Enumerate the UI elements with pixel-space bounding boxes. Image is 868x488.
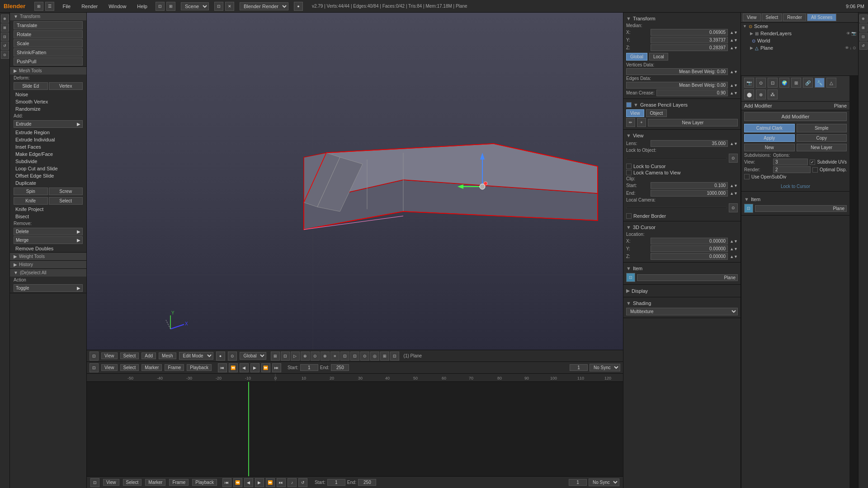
menu-window[interactable]: Window xyxy=(106,3,129,10)
vp-icon-4[interactable]: ⊕ xyxy=(301,352,310,361)
start-frame-input[interactable] xyxy=(300,364,318,371)
play-start-icon[interactable]: ⏮ xyxy=(218,363,227,372)
tl-select-btn[interactable]: Select xyxy=(120,364,139,371)
play-next-icon[interactable]: ⏩ xyxy=(261,363,270,372)
engine-icon[interactable]: ● xyxy=(294,2,303,11)
footer-frame-btn[interactable]: Frame xyxy=(169,479,189,486)
scene-icon1[interactable]: ⊡ xyxy=(214,2,223,11)
deselect-all-header[interactable]: ▼ (De)select All xyxy=(10,269,86,277)
sync-select[interactable]: No Sync xyxy=(590,364,620,371)
item-section-header[interactable]: ▼ Item xyxy=(741,195,849,203)
x-value[interactable]: 0.06905 xyxy=(651,29,728,36)
smooth-vertex-btn[interactable]: Smooth Vertex xyxy=(10,98,86,105)
rstrip-icon-3[interactable]: ⊡ xyxy=(859,33,868,41)
make-edge-face-btn[interactable]: Make Edge/Face xyxy=(10,150,86,158)
vp-pivot-select[interactable]: Global xyxy=(240,352,266,360)
object-tab[interactable]: Object xyxy=(646,109,667,117)
vp-view-icon[interactable]: ⊡ xyxy=(90,352,99,361)
props-icon-render[interactable]: ⊙ xyxy=(756,78,766,88)
loop-cut-slide-btn[interactable]: Loop Cut and Slide xyxy=(10,165,86,172)
view-panel-header[interactable]: ▼ View xyxy=(623,131,741,140)
mean-bevel-weight2[interactable]: Mean Bevel Weig: 0.00 xyxy=(626,82,728,89)
vp-icon-10[interactable]: ⊙ xyxy=(360,352,369,361)
copy-btn[interactable]: Copy xyxy=(797,134,847,142)
catmul-clark-btn[interactable]: Catmul Clark xyxy=(744,124,795,132)
render-value[interactable]: 2 xyxy=(773,166,811,173)
push-pull-btn[interactable]: PushPull xyxy=(14,57,83,66)
vp-add-btn[interactable]: Add xyxy=(142,352,156,359)
footer-view-btn[interactable]: View xyxy=(103,479,119,486)
optimal-disp-checkbox[interactable] xyxy=(812,167,818,173)
grease-pencil-header[interactable]: ▼ Grease Pencil Layers xyxy=(623,101,741,109)
scene-icon2[interactable]: ✕ xyxy=(225,2,234,11)
footer-playback-btn[interactable]: Playback xyxy=(192,479,217,486)
cursor-x-value[interactable]: 0.00000 xyxy=(651,238,728,244)
scene-tab[interactable]: View xyxy=(626,109,644,117)
footer-frame-input[interactable] xyxy=(569,479,587,486)
vp-mode-select[interactable]: Edit Mode xyxy=(179,352,213,360)
tl-frame-btn[interactable]: Frame xyxy=(165,364,184,371)
tl-view-btn[interactable]: View xyxy=(101,364,118,371)
footer-icon[interactable]: ⊡ xyxy=(90,478,99,487)
tool-icon-2[interactable]: ⊞ xyxy=(1,23,9,32)
knife-project-btn[interactable]: Knife Project xyxy=(10,206,86,213)
bisect-btn[interactable]: Bisect xyxy=(10,213,86,220)
cursor-y-value[interactable]: 0.00000 xyxy=(651,245,728,252)
mean-bevel-weight[interactable]: Mean Bevel Weig: 0.00 xyxy=(626,68,728,75)
outliner-tab-select[interactable]: Select xyxy=(762,14,783,21)
tool-icon-3[interactable]: ⊡ xyxy=(1,33,9,41)
props-icon-modifier[interactable]: 🔧 xyxy=(815,78,825,88)
menu-render[interactable]: Render xyxy=(79,3,100,10)
pencil-icon[interactable]: ✏ xyxy=(626,118,635,127)
scene-select[interactable]: Scene xyxy=(181,2,209,10)
viewport[interactable]: User Ortho xyxy=(87,13,623,361)
rstrip-icon-1[interactable]: ⊕ xyxy=(859,14,868,23)
footer-end-input[interactable] xyxy=(358,479,376,486)
mode-icon[interactable]: ⊡ xyxy=(156,2,165,11)
delete-select[interactable]: Delete▶ xyxy=(14,228,83,235)
footer-sync-select[interactable]: No Sync xyxy=(589,479,619,486)
extrude-select[interactable]: Extrude▶ xyxy=(14,120,83,128)
toggle-select[interactable]: Toggle▶ xyxy=(14,284,83,292)
lock-camera-checkbox[interactable] xyxy=(626,170,632,175)
cursor-panel-header[interactable]: ▼ 3D Cursor xyxy=(623,223,741,231)
rstrip-icon-2[interactable]: ⊞ xyxy=(859,23,868,32)
vp-mesh-btn[interactable]: Mesh xyxy=(159,352,176,359)
item-panel-header[interactable]: ▼ Item xyxy=(623,264,741,272)
play-icon[interactable]: ▶ xyxy=(250,363,259,372)
knife-btn[interactable]: Knife xyxy=(14,197,48,205)
vp-icon-12[interactable]: ⊞ xyxy=(380,352,389,361)
translate-btn[interactable]: Translate xyxy=(14,21,83,29)
item-name2[interactable]: Plane xyxy=(755,205,847,212)
tl-icon[interactable]: ⊡ xyxy=(90,363,99,372)
topbar-icon-1[interactable]: ⊞ xyxy=(34,2,43,11)
tree-row-renderlayers[interactable]: ▶ ⊞ RenderLayers 👁 📷 xyxy=(741,30,858,37)
footer-play-start[interactable]: ⏮ xyxy=(222,478,231,487)
local-camera-picker[interactable]: ⊙ xyxy=(729,203,738,212)
vp-icon-2[interactable]: ⊡ xyxy=(281,352,290,361)
vp-icon-13[interactable]: ⊡ xyxy=(390,352,399,361)
props-icon-scene[interactable]: ⊡ xyxy=(768,78,778,88)
render-border-checkbox[interactable] xyxy=(626,213,632,219)
vp-snap-icon[interactable]: ● xyxy=(216,352,225,361)
slide-edge-btn[interactable]: Slide Ed xyxy=(14,82,48,90)
merge-select[interactable]: Merge▶ xyxy=(14,236,83,244)
vp-icon-6[interactable]: ⊗ xyxy=(321,352,330,361)
vp-select-btn[interactable]: Select xyxy=(120,352,139,359)
lock-object-field[interactable] xyxy=(626,157,727,159)
props-icon-camera[interactable]: 📷 xyxy=(744,78,754,88)
clip-end-value[interactable]: 1000.000 xyxy=(651,190,728,197)
transform-section-header[interactable]: ▼ Transform xyxy=(10,13,86,20)
footer-select-btn[interactable]: Select xyxy=(123,479,142,486)
props-icon-constraints[interactable]: 🔗 xyxy=(803,78,813,88)
local-camera-field[interactable] xyxy=(626,207,727,209)
rstrip-icon-4[interactable]: ↺ xyxy=(859,42,868,50)
shading-panel-header[interactable]: ▼ Shading xyxy=(623,299,741,307)
extrude-region-btn[interactable]: Extrude Region xyxy=(10,129,86,136)
use-opensubdiv-checkbox[interactable] xyxy=(744,174,750,179)
footer-play-prev[interactable]: ⏪ xyxy=(233,478,242,487)
display-panel-header[interactable]: ▶ Display xyxy=(623,286,741,295)
cursor-z-value[interactable]: 0.00000 xyxy=(651,253,728,260)
vp-icon-11[interactable]: ◎ xyxy=(370,352,379,361)
vp-icon-5[interactable]: ⊙ xyxy=(311,352,320,361)
